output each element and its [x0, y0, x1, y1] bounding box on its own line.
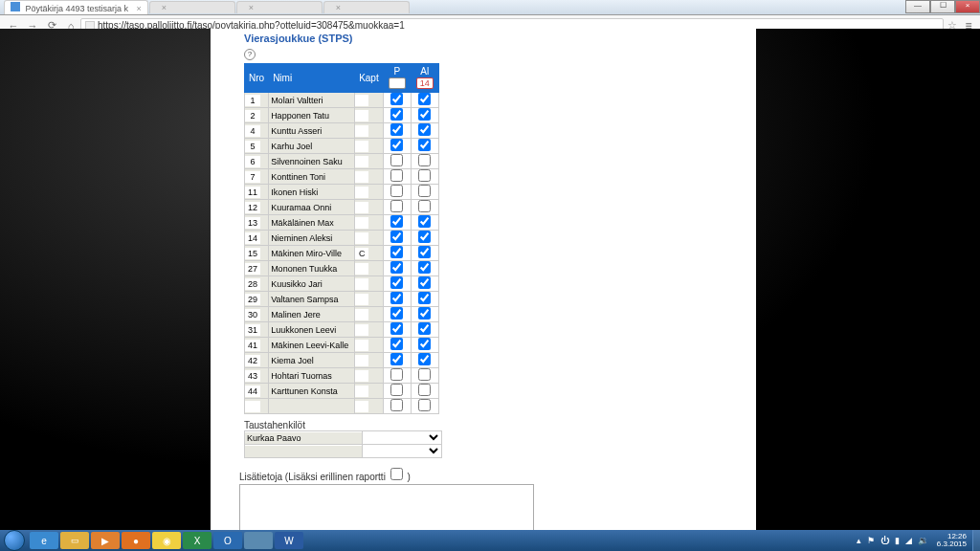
al-checkbox[interactable] [418, 246, 431, 258]
nimi-input[interactable] [269, 355, 353, 366]
taskbar-app-word[interactable]: W [275, 532, 303, 549]
p-checkbox[interactable] [390, 261, 403, 274]
al-checkbox[interactable] [418, 384, 431, 396]
p-checkbox[interactable] [390, 185, 403, 197]
nimi-input[interactable] [269, 141, 353, 152]
al-checkbox[interactable] [418, 139, 431, 151]
nimi-input[interactable] [269, 263, 353, 275]
nro-input[interactable] [245, 278, 260, 290]
kapt-input[interactable] [355, 141, 368, 152]
nimi-input[interactable] [269, 324, 353, 336]
al-checkbox[interactable] [418, 261, 431, 274]
kapt-input[interactable] [355, 232, 368, 244]
kapt-input[interactable] [355, 263, 368, 275]
p-checkbox[interactable] [390, 154, 403, 166]
nro-input[interactable] [245, 217, 260, 229]
window-close-button[interactable]: × [955, 0, 980, 13]
kapt-input[interactable] [355, 110, 368, 121]
close-icon[interactable]: × [336, 3, 341, 12]
lisatietoja-textarea[interactable] [239, 484, 534, 530]
taskbar-app-folder[interactable]: ▭ [60, 532, 89, 549]
al-checkbox[interactable] [418, 292, 431, 304]
nimi-input[interactable] [269, 217, 353, 229]
p-checkbox[interactable] [390, 307, 403, 320]
kapt-input[interactable] [355, 401, 368, 412]
p-checkbox[interactable] [390, 215, 403, 228]
kapt-input[interactable] [355, 324, 368, 336]
nimi-input[interactable] [269, 370, 353, 382]
browser-tab[interactable]: × [236, 1, 323, 13]
maximize-button[interactable]: ☐ [930, 0, 955, 13]
nimi-input[interactable] [269, 232, 353, 244]
al-checkbox[interactable] [418, 276, 431, 289]
tausta-role-select[interactable] [363, 431, 441, 444]
kapt-input[interactable] [355, 309, 368, 320]
taskbar-app-outlook[interactable]: O [213, 532, 242, 549]
p-checkbox[interactable] [390, 322, 403, 335]
taskbar-app-media[interactable]: ▶ [91, 532, 120, 549]
tray-up-icon[interactable]: ▴ [857, 536, 861, 545]
nimi-input[interactable] [269, 156, 353, 167]
kapt-input[interactable] [355, 340, 368, 351]
tray-wifi-icon[interactable]: ◢ [905, 536, 912, 545]
kapt-input[interactable] [355, 294, 368, 305]
p-checkbox[interactable] [390, 169, 403, 182]
nro-input[interactable] [245, 263, 260, 275]
p-checkbox[interactable] [390, 338, 403, 350]
kapt-input[interactable] [355, 95, 368, 106]
nro-input[interactable] [245, 171, 260, 183]
nro-input[interactable] [245, 294, 260, 305]
taskbar-app-excel[interactable]: X [183, 532, 212, 549]
nro-input[interactable] [245, 401, 260, 412]
nimi-input[interactable] [269, 309, 353, 320]
nro-input[interactable] [245, 355, 260, 366]
nro-input[interactable] [245, 110, 260, 121]
minimize-button[interactable]: — [905, 0, 930, 13]
tausta-name-input[interactable] [245, 432, 362, 444]
p-checkbox[interactable] [390, 292, 403, 304]
tausta-name-input[interactable] [245, 446, 362, 457]
start-button[interactable] [4, 530, 25, 551]
kapt-input[interactable] [355, 248, 368, 259]
close-icon[interactable]: × [162, 3, 167, 12]
kapt-input[interactable] [355, 125, 368, 137]
nimi-input[interactable] [269, 202, 353, 213]
kapt-input[interactable] [355, 202, 368, 213]
p-checkbox[interactable] [390, 200, 403, 212]
nro-input[interactable] [245, 232, 260, 244]
p-checkbox[interactable] [390, 123, 403, 136]
p-checkbox[interactable] [390, 231, 403, 243]
browser-tab[interactable]: × [323, 1, 410, 13]
nro-input[interactable] [245, 248, 260, 259]
nimi-input[interactable] [269, 401, 353, 412]
tray-network-icon[interactable]: ▮ [895, 536, 900, 545]
p-checkbox[interactable] [390, 93, 403, 105]
al-checkbox[interactable] [418, 307, 431, 320]
tray-icon[interactable]: ⏻ [880, 536, 889, 545]
al-checkbox[interactable] [418, 368, 431, 381]
close-icon[interactable]: × [137, 4, 142, 13]
kapt-input[interactable] [355, 370, 368, 382]
al-checkbox[interactable] [418, 169, 431, 182]
nimi-input[interactable] [269, 125, 353, 137]
al-checkbox[interactable] [418, 123, 431, 136]
al-checkbox[interactable] [418, 108, 431, 121]
al-checkbox[interactable] [418, 231, 431, 243]
nimi-input[interactable] [269, 340, 353, 351]
help-icon[interactable]: ? [244, 49, 256, 60]
nro-input[interactable] [245, 386, 260, 397]
kapt-input[interactable] [355, 217, 368, 229]
p-checkbox[interactable] [390, 368, 403, 381]
al-checkbox[interactable] [418, 322, 431, 335]
nro-input[interactable] [245, 141, 260, 152]
nro-input[interactable] [245, 340, 260, 351]
clock[interactable]: 12:26 6.3.2015 [937, 533, 967, 548]
nimi-input[interactable] [269, 386, 353, 397]
al-checkbox[interactable] [418, 154, 431, 166]
kapt-input[interactable] [355, 156, 368, 167]
al-checkbox[interactable] [418, 185, 431, 197]
p-checkbox[interactable] [390, 276, 403, 289]
browser-tab-active[interactable]: Pöytäkirja 4493 testisarja k × [4, 0, 148, 14]
p-checkbox[interactable] [390, 384, 403, 396]
p-checkbox[interactable] [390, 108, 403, 121]
